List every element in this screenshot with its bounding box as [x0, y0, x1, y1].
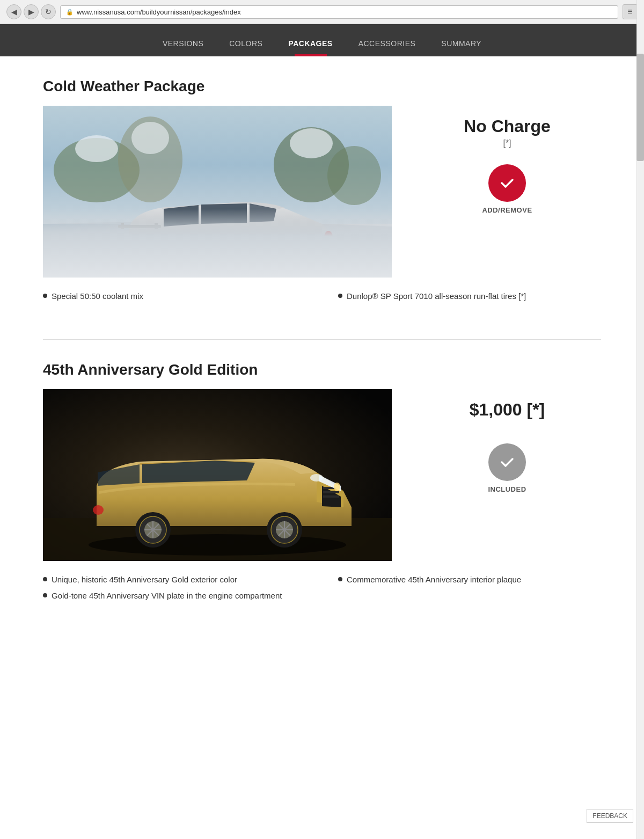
feature-text: Special 50:50 coolant mix — [52, 290, 143, 303]
cold-weather-check-icon — [488, 164, 526, 202]
top-nav-items: VERSIONS COLORS PACKAGES ACCESSORIES SUM… — [160, 24, 484, 56]
feature-text: Commemorative 45th Anniversary interior … — [347, 574, 521, 586]
forward-button[interactable]: ▶ — [24, 4, 39, 19]
svg-point-18 — [282, 258, 297, 273]
bullet-icon — [43, 294, 47, 298]
svg-point-11 — [125, 251, 135, 259]
list-item: Commemorative 45th Anniversary interior … — [338, 574, 601, 586]
cold-weather-image — [43, 106, 392, 278]
svg-point-17 — [277, 253, 303, 278]
svg-point-12 — [324, 231, 333, 244]
list-item: Unique, historic 45th Anniversary Gold e… — [43, 574, 306, 586]
svg-point-5 — [75, 135, 118, 162]
cold-weather-info: No Charge [*] ADD/REMOVE — [413, 106, 601, 214]
svg-point-16 — [273, 249, 307, 278]
lock-icon: 🔒 — [66, 9, 74, 16]
nav-packages[interactable]: PACKAGES — [286, 39, 334, 56]
list-item: Dunlop® SP Sport 7010 all-season run-fla… — [338, 290, 601, 303]
bullet-icon — [338, 294, 342, 298]
browser-chrome: ◀ ▶ ↻ 🔒 www.nissanusa.com/buildyournissa… — [0, 0, 644, 24]
browser-nav-buttons: ◀ ▶ ↻ — [6, 4, 56, 19]
svg-rect-19 — [118, 225, 161, 228]
bullet-icon — [43, 593, 47, 597]
cold-weather-price-note: [*] — [503, 138, 511, 148]
anniversary-features-col1: Commemorative 45th Anniversary interior … — [338, 574, 601, 607]
bullet-icon — [43, 577, 47, 581]
anniversary-info: $1,000 [*] INCLUDED — [413, 389, 601, 493]
cold-weather-price: No Charge — [464, 116, 551, 136]
svg-point-6 — [131, 122, 169, 154]
address-bar[interactable]: 🔒 www.nissanusa.com/buildyournissan/pack… — [60, 5, 618, 19]
svg-rect-26 — [323, 491, 339, 493]
nav-accessories[interactable]: ACCESSORIES — [356, 39, 418, 56]
nav-colors[interactable]: COLORS — [227, 39, 265, 56]
cold-weather-features: Special 50:50 coolant mix Dunlop® SP Spo… — [43, 290, 601, 307]
anniversary-package: 45th Anniversary Gold Edition — [43, 361, 601, 607]
anniversary-body: $1,000 [*] INCLUDED — [43, 389, 601, 561]
cold-weather-action-label: ADD/REMOVE — [482, 206, 532, 214]
anniversary-price: $1,000 [*] — [470, 400, 545, 420]
refresh-button[interactable]: ↻ — [41, 4, 56, 19]
url-text: www.nissanusa.com/buildyournissan/packag… — [77, 8, 241, 16]
back-button[interactable]: ◀ — [6, 4, 21, 19]
cold-weather-body: No Charge [*] ADD/REMOVE — [43, 106, 601, 278]
svg-point-13 — [160, 249, 194, 278]
feature-text: Unique, historic 45th Anniversary Gold e… — [52, 574, 237, 586]
svg-point-15 — [170, 258, 185, 273]
svg-point-9 — [113, 261, 327, 278]
scrollbar-thumb[interactable] — [636, 54, 644, 161]
top-nav: VERSIONS COLORS PACKAGES ACCESSORIES SUM… — [0, 24, 644, 56]
cold-weather-action[interactable]: ADD/REMOVE — [482, 164, 532, 214]
feature-text: Dunlop® SP Sport 7010 all-season run-fla… — [347, 290, 526, 303]
svg-rect-27 — [323, 495, 339, 498]
nav-summary[interactable]: SUMMARY — [439, 39, 484, 56]
anniversary-action[interactable]: INCLUDED — [488, 443, 526, 493]
cold-weather-bg — [43, 106, 392, 278]
anniversary-action-label: INCLUDED — [488, 485, 526, 493]
cold-weather-package: Cold Weather Package — [43, 78, 601, 307]
nav-versions[interactable]: VERSIONS — [160, 39, 206, 56]
svg-point-4 — [327, 146, 381, 205]
anniversary-check-icon — [488, 443, 526, 481]
svg-point-7 — [290, 128, 333, 158]
svg-point-24 — [89, 534, 346, 556]
svg-point-10 — [123, 243, 136, 253]
cold-weather-features-col0: Special 50:50 coolant mix — [43, 290, 306, 307]
anniversary-features: Unique, historic 45th Anniversary Gold e… — [43, 574, 601, 607]
svg-rect-21 — [155, 223, 158, 229]
cold-weather-features-col1: Dunlop® SP Sport 7010 all-season run-fla… — [338, 290, 601, 307]
svg-rect-20 — [121, 223, 124, 229]
anniversary-title: 45th Anniversary Gold Edition — [43, 361, 601, 378]
svg-point-30 — [93, 505, 104, 515]
anniversary-image — [43, 389, 392, 561]
scrollbar[interactable] — [636, 0, 644, 660]
list-item: Gold-tone 45th Anniversary VIN plate in … — [43, 590, 306, 602]
svg-point-14 — [164, 253, 190, 278]
menu-button[interactable]: ≡ — [623, 4, 638, 19]
bullet-icon — [338, 577, 342, 581]
svg-point-29 — [310, 474, 323, 481]
svg-rect-8 — [43, 213, 392, 278]
cold-weather-title: Cold Weather Package — [43, 78, 601, 95]
anniversary-features-col0: Unique, historic 45th Anniversary Gold e… — [43, 574, 306, 607]
svg-point-28 — [334, 483, 340, 491]
anniversary-bg — [43, 389, 392, 561]
main-content: Cold Weather Package — [0, 56, 644, 660]
feature-text: Gold-tone 45th Anniversary VIN plate in … — [52, 590, 282, 602]
list-item: Special 50:50 coolant mix — [43, 290, 306, 303]
section-divider — [43, 339, 601, 340]
